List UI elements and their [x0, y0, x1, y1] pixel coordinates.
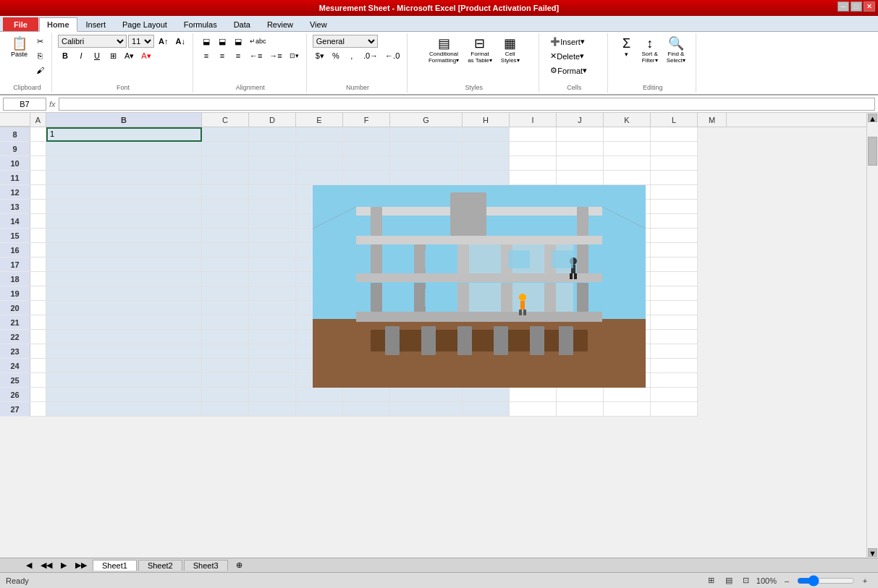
cell-A15[interactable] — [30, 229, 46, 243]
cell-L23[interactable] — [651, 344, 698, 359]
cell-E8[interactable] — [296, 127, 343, 142]
font-size-select[interactable]: 8910 111214 — [128, 35, 154, 48]
delete-button[interactable]: ✕ Delete ▾ — [545, 49, 603, 63]
row-header-15[interactable]: 15 — [0, 229, 30, 243]
cell-B23[interactable] — [46, 344, 202, 359]
row-header-23[interactable]: 23 — [0, 344, 30, 359]
cell-K8[interactable] — [604, 127, 651, 142]
prev-sheet-button[interactable]: ◀ — [22, 559, 36, 572]
cell-L19[interactable] — [651, 286, 698, 301]
formula-input[interactable] — [59, 98, 875, 111]
cell-B9[interactable] — [46, 142, 202, 156]
row-header-14[interactable]: 14 — [0, 214, 30, 229]
cell-B12[interactable] — [46, 185, 202, 200]
row-header-9[interactable]: 9 — [0, 142, 30, 156]
cell-I10[interactable] — [510, 156, 557, 171]
cell-G10[interactable] — [390, 156, 463, 171]
autosum-button[interactable]: Σ ▾ — [617, 35, 637, 60]
cell-L15[interactable] — [651, 229, 698, 243]
cell-H11[interactable] — [463, 171, 510, 185]
cell-C18[interactable] — [202, 272, 249, 286]
cell-A16[interactable] — [30, 243, 46, 257]
borders-button[interactable]: ⊞ — [106, 49, 120, 62]
row-header-16[interactable]: 16 — [0, 243, 30, 257]
close-button[interactable]: ✕ — [864, 1, 875, 12]
cell-L11[interactable] — [651, 171, 698, 185]
cell-A10[interactable] — [30, 156, 46, 171]
decrease-font-button[interactable]: A↓ — [172, 35, 187, 48]
cell-L22[interactable] — [651, 330, 698, 344]
align-right-top-button[interactable]: ⬓ — [231, 35, 245, 48]
page-break-view-button[interactable]: ⊡ — [739, 574, 754, 587]
align-right-button[interactable]: ≡ — [231, 49, 245, 62]
cell-L27[interactable] — [651, 402, 698, 417]
cell-C21[interactable] — [202, 315, 249, 330]
cell-B14[interactable] — [46, 214, 202, 229]
cell-H27[interactable] — [463, 402, 510, 417]
cell-L17[interactable] — [651, 257, 698, 272]
format-as-table-button[interactable]: ⊟ Formatas Table▾ — [464, 35, 496, 66]
zoom-in-button[interactable]: + — [858, 574, 872, 587]
font-color-button[interactable]: A▾ — [138, 49, 153, 62]
tab-home[interactable]: Home — [39, 17, 77, 32]
cell-B17[interactable] — [46, 257, 202, 272]
cell-D17[interactable] — [249, 257, 296, 272]
cell-A27[interactable] — [30, 402, 46, 417]
cell-B27[interactable] — [46, 402, 202, 417]
cell-reference-box[interactable] — [3, 98, 46, 111]
cell-A18[interactable] — [30, 272, 46, 286]
cell-H9[interactable] — [463, 142, 510, 156]
normal-view-button[interactable]: ⊞ — [704, 574, 719, 587]
cell-L12[interactable] — [651, 185, 698, 200]
cell-C11[interactable] — [202, 171, 249, 185]
fill-color-button[interactable]: A▾ — [122, 49, 137, 62]
cell-C23[interactable] — [202, 344, 249, 359]
cell-C20[interactable] — [202, 301, 249, 315]
cell-A25[interactable] — [30, 373, 46, 388]
cell-F10[interactable] — [343, 156, 390, 171]
cell-J27[interactable] — [557, 402, 604, 417]
cell-L9[interactable] — [651, 142, 698, 156]
cell-G9[interactable] — [390, 142, 463, 156]
minimize-button[interactable]: ─ — [837, 1, 849, 12]
cell-D8[interactable] — [249, 127, 296, 142]
cell-B13[interactable] — [46, 200, 202, 214]
cell-E11[interactable] — [296, 171, 343, 185]
cell-I9[interactable] — [510, 142, 557, 156]
find-select-button[interactable]: 🔍 Find &Select▾ — [663, 35, 689, 66]
cell-L16[interactable] — [651, 243, 698, 257]
cell-B10[interactable] — [46, 156, 202, 171]
cell-G11[interactable] — [390, 171, 463, 185]
cell-L20[interactable] — [651, 301, 698, 315]
cell-K26[interactable] — [604, 388, 651, 402]
col-header-H[interactable]: H — [463, 113, 510, 127]
cell-F8[interactable] — [343, 127, 390, 142]
zoom-slider[interactable] — [797, 575, 855, 587]
cell-G26[interactable] — [390, 388, 463, 402]
row-header-19[interactable]: 19 — [0, 286, 30, 301]
col-header-M[interactable]: M — [698, 113, 727, 127]
row-header-18[interactable]: 18 — [0, 272, 30, 286]
cell-D20[interactable] — [249, 301, 296, 315]
cell-A23[interactable] — [30, 344, 46, 359]
cell-A11[interactable] — [30, 171, 46, 185]
cell-K11[interactable] — [604, 171, 651, 185]
currency-button[interactable]: $▾ — [313, 49, 327, 62]
cell-C25[interactable] — [202, 373, 249, 388]
cell-A12[interactable] — [30, 185, 46, 200]
tab-insert[interactable]: Insert — [78, 17, 114, 31]
row-header-24[interactable]: 24 — [0, 359, 30, 373]
cell-H8[interactable] — [463, 127, 510, 142]
cell-A24[interactable] — [30, 359, 46, 373]
format-button[interactable]: ⚙ Format ▾ — [545, 64, 603, 77]
cell-D9[interactable] — [249, 142, 296, 156]
cell-C27[interactable] — [202, 402, 249, 417]
cell-I11[interactable] — [510, 171, 557, 185]
cell-K10[interactable] — [604, 156, 651, 171]
cell-A9[interactable] — [30, 142, 46, 156]
font-name-select[interactable]: Calibri Arial Times New Roman — [58, 35, 127, 48]
align-left-top-button[interactable]: ⬓ — [199, 35, 214, 48]
cell-L10[interactable] — [651, 156, 698, 171]
decrease-decimal-button[interactable]: ←.0 — [382, 49, 402, 62]
row-header-17[interactable]: 17 — [0, 257, 30, 272]
